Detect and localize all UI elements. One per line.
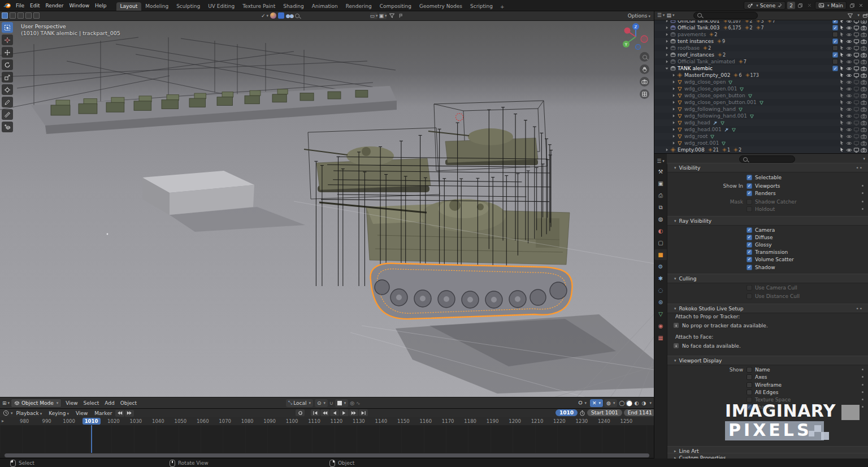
outliner-row[interactable]: wdg_close_open — [654, 79, 868, 85]
collection-checkbox[interactable]: ✓ — [832, 38, 838, 44]
animate-dot[interactable] — [862, 369, 863, 370]
checkbox-shadow[interactable]: ✓ — [747, 265, 752, 270]
frame-tick[interactable]: 1160 — [417, 418, 434, 424]
selectable-pointer-icon[interactable] — [839, 66, 845, 71]
animate-dot[interactable] — [862, 192, 863, 194]
outliner-item-name[interactable]: wdg_head — [684, 120, 710, 126]
scene-users-badge[interactable]: 2 — [787, 2, 795, 9]
hide-eye-icon[interactable] — [846, 32, 852, 38]
properties-tab-view-layer[interactable]: ⧉ — [654, 202, 667, 213]
outliner-item-name[interactable]: wdg_root.001 — [684, 140, 719, 146]
expand-arrow-icon[interactable] — [671, 100, 676, 105]
move-tool[interactable] — [2, 47, 13, 58]
render-disable-icon[interactable] — [861, 66, 867, 72]
jump-start-button[interactable] — [311, 409, 320, 416]
current-frame-pill[interactable]: 1010 — [83, 418, 101, 425]
selectable-pointer-icon[interactable] — [839, 113, 845, 119]
section-header-ray-visibility[interactable]: ▾Ray Visibility — [667, 216, 868, 226]
play-reverse-button[interactable] — [330, 409, 339, 416]
outliner-row[interactable]: wdg_head.001 — [654, 126, 868, 133]
animate-dot[interactable] — [862, 406, 863, 408]
rotate-tool[interactable] — [2, 59, 13, 70]
render-disable-icon[interactable] — [861, 79, 867, 85]
expand-arrow-icon[interactable] — [665, 25, 669, 30]
render-disable-icon[interactable] — [861, 86, 867, 92]
outliner-row[interactable]: tent instances9✓ — [654, 38, 868, 45]
viewport-disable-icon[interactable] — [853, 32, 860, 38]
outliner-row[interactable]: wdg_close_open_button.001 — [654, 99, 868, 106]
close-icon[interactable] — [806, 2, 813, 9]
menu-edit[interactable]: Edit — [27, 2, 42, 9]
outliner-item-name[interactable]: wdg_close_open — [684, 79, 726, 85]
frame-tick[interactable]: 1080 — [239, 418, 256, 424]
expand-arrow-icon[interactable] — [671, 73, 676, 77]
checkbox-renders[interactable]: ✓ — [747, 191, 752, 196]
collection-checkbox[interactable]: ✓ — [832, 52, 838, 58]
add-workspace-button[interactable]: + — [497, 3, 508, 11]
outliner-row[interactable]: Official Tank.0036,17527✓ — [654, 24, 868, 31]
render-disable-icon[interactable] — [861, 106, 867, 113]
workspace-tab-rendering[interactable]: Rendering — [342, 2, 376, 11]
collection-checkbox[interactable]: ✓ — [832, 66, 838, 71]
selectable-pointer-icon[interactable] — [839, 72, 845, 78]
next-keyframe-button[interactable] — [349, 409, 358, 416]
hide-eye-icon[interactable] — [846, 113, 852, 119]
shading-rendered-button[interactable]: ◑ — [640, 400, 647, 407]
viewport-disable-icon[interactable] — [853, 93, 860, 99]
properties-tab-physics[interactable]: ◌ — [654, 285, 667, 296]
outliner-row[interactable]: Official Tank_animated7 — [654, 58, 868, 65]
frame-tick[interactable]: 980 — [16, 418, 33, 424]
viewport-disable-icon[interactable] — [853, 86, 860, 92]
checkbox-use-distance-cull[interactable] — [747, 293, 752, 299]
outliner-search-input[interactable] — [693, 12, 758, 19]
render-disable-icon[interactable] — [861, 25, 867, 31]
render-disable-icon[interactable] — [861, 38, 867, 45]
bookmark-icon[interactable] — [397, 12, 405, 19]
outliner-item-name[interactable]: pavements — [678, 32, 706, 37]
add-cube-tool[interactable] — [2, 122, 13, 132]
jump-end-button[interactable] — [359, 409, 368, 416]
viewport-disable-icon[interactable] — [853, 59, 860, 65]
properties-tab-constraints[interactable]: ⊛ — [654, 297, 667, 308]
select-box-tool[interactable] — [2, 22, 13, 33]
display-dropdown[interactable]: ▭▾ — [370, 12, 377, 19]
viewport-menu-view[interactable]: View — [63, 400, 80, 407]
properties-tab-object[interactable]: ■ — [654, 249, 667, 260]
workspace-tab-scripting[interactable]: Scripting — [466, 2, 497, 11]
viewport-disable-icon[interactable] — [853, 25, 860, 31]
properties-tab-output[interactable]: ⎙ — [654, 190, 667, 201]
expand-arrow-icon[interactable] — [671, 80, 676, 84]
section-menu-icon[interactable]: •• — [856, 306, 863, 312]
render-disable-icon[interactable] — [861, 32, 867, 38]
menu-render[interactable]: Render — [43, 2, 67, 9]
viewport-3d-area[interactable]: User Perspective (1010) TANK alembic | t… — [0, 20, 654, 397]
close-icon[interactable] — [857, 2, 865, 9]
frame-tick[interactable]: 1140 — [372, 418, 389, 424]
xray-toggle[interactable]: ◍▾ — [604, 399, 617, 407]
section-header-viewport-display[interactable]: ▾Viewport Display — [667, 356, 868, 365]
select-mode-extend[interactable] — [10, 12, 16, 19]
expand-arrow-icon[interactable] — [665, 148, 669, 152]
render-disable-icon[interactable] — [861, 120, 867, 126]
section-menu-icon[interactable]: •• — [856, 165, 863, 171]
animate-dot[interactable] — [862, 376, 863, 378]
checkbox-transmission[interactable]: ✓ — [747, 249, 752, 255]
selectable-pointer-icon[interactable] — [839, 59, 845, 64]
workspace-tab-sculpting[interactable]: Sculpting — [172, 2, 204, 11]
spheres-icon[interactable]: ●● — [286, 12, 293, 19]
outliner-row[interactable]: pavements2 — [654, 31, 868, 38]
frame-tick[interactable]: 1020 — [105, 418, 122, 424]
expand-arrow-icon[interactable] — [671, 93, 676, 98]
outliner-item-name[interactable]: roofbase — [678, 45, 700, 51]
frame-tick[interactable]: 1250 — [618, 418, 635, 424]
viewport-disable-icon[interactable] — [853, 66, 860, 72]
workspace-tab-compositing[interactable]: Compositing — [376, 2, 415, 11]
play-button[interactable] — [340, 409, 349, 416]
expand-arrow-icon[interactable] — [665, 32, 669, 37]
copy-icon[interactable] — [848, 2, 856, 9]
annotate-tool[interactable] — [2, 97, 13, 107]
frame-tick[interactable]: 1170 — [440, 418, 457, 424]
outliner-item-name[interactable]: wdg_close_open_button.001 — [684, 100, 757, 105]
properties-tab-data[interactable]: ▽ — [654, 309, 667, 319]
viewport-disable-icon[interactable] — [853, 79, 860, 85]
